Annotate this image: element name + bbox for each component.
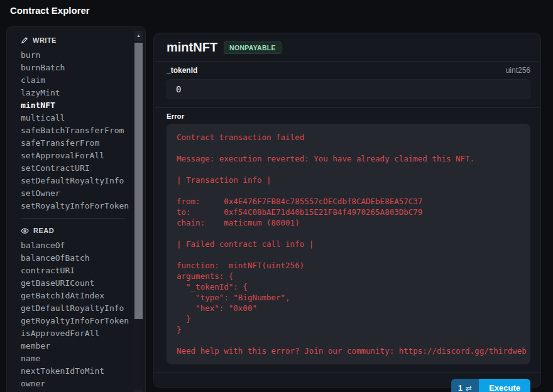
error-section: Error Contract transaction failed Messag… — [154, 108, 540, 373]
sidebar-item-setOwner[interactable]: setOwner — [21, 187, 133, 200]
sidebar-item-getBatchIdAtIndex[interactable]: getBatchIdAtIndex — [21, 290, 133, 302]
sidebar-item-setDefaultRoyaltyInfo[interactable]: setDefaultRoyaltyInfo — [21, 175, 133, 187]
sidebar-item-nextTokenIdToMint[interactable]: nextTokenIdToMint — [21, 365, 133, 378]
read-function-list: balanceOf balanceOfBatch contractURI get… — [21, 239, 133, 392]
execution-count-value: 1 — [458, 384, 463, 392]
write-section-header: WRITE — [21, 36, 133, 44]
param-type-label: uint256 — [506, 66, 530, 75]
token-id-input[interactable] — [167, 79, 530, 99]
sidebar-scrollbar[interactable]: ▲ ▼ — [134, 31, 143, 392]
sidebar-item-burn[interactable]: burn — [21, 49, 133, 62]
execution-count-toggle[interactable]: 1 ⇄ — [451, 379, 479, 392]
sidebar-item-name[interactable]: name — [21, 352, 133, 365]
read-section-label: READ — [33, 227, 54, 234]
action-footer: 1 ⇄ Execute — [154, 373, 540, 392]
scrollbar-thumb[interactable] — [134, 43, 143, 319]
sidebar-item-balanceOfBatch[interactable]: balanceOfBatch — [21, 252, 133, 264]
sidebar-item-setRoyaltyInfoForToken[interactable]: setRoyaltyInfoForToken — [21, 200, 133, 212]
state-mutability-badge: NONPAYABLE — [224, 41, 282, 54]
sidebar-item-lazyMint[interactable]: lazyMint — [21, 87, 133, 99]
sidebar-item-safeBatchTransferFrom[interactable]: safeBatchTransferFrom — [21, 124, 133, 137]
sidebar-item-multicall[interactable]: multicall — [21, 112, 133, 124]
sidebar-item-owner[interactable]: owner — [21, 378, 133, 390]
write-section-label: WRITE — [33, 36, 57, 44]
sidebar-item-setApprovalForAll[interactable]: setApprovalForAll — [21, 150, 133, 162]
function-sidebar: WRITE burn burnBatch claim lazyMint mint… — [6, 26, 146, 392]
execute-split-button: 1 ⇄ Execute — [451, 379, 530, 392]
eye-icon — [21, 227, 29, 234]
page-title: Contract Explorer — [10, 5, 90, 16]
sidebar-item-contractURI[interactable]: contractURI — [21, 264, 133, 277]
write-function-list: burn burnBatch claim lazyMint mintNFT mu… — [21, 49, 133, 212]
sidebar-item-getBaseURICount[interactable]: getBaseURICount — [21, 277, 133, 290]
function-header: mintNFT NONPAYABLE — [154, 33, 540, 62]
sidebar-item-getDefaultRoyaltyInfo[interactable]: getDefaultRoyaltyInfo — [21, 302, 133, 315]
sidebar-item-isApprovedForAll[interactable]: isApprovedForAll — [21, 327, 133, 340]
sidebar-item-setContractURI[interactable]: setContractURI — [21, 162, 133, 175]
sidebar-item-balanceOf[interactable]: balanceOf — [21, 239, 133, 252]
param-section: _tokenId uint256 — [154, 62, 540, 108]
execute-button[interactable]: Execute — [479, 379, 530, 392]
sidebar-section-divider — [21, 218, 125, 219]
pencil-icon — [21, 36, 28, 44]
scroll-up-icon[interactable]: ▲ — [134, 31, 143, 41]
param-name-label: _tokenId — [167, 66, 197, 75]
sidebar-item-claim[interactable]: claim — [21, 74, 133, 87]
function-detail-panel: mintNFT NONPAYABLE _tokenId uint256 Erro… — [153, 33, 541, 388]
sidebar-item-mintNFT[interactable]: mintNFT — [21, 99, 133, 112]
error-message-text: Contract transaction failed Message: exe… — [177, 132, 520, 356]
sidebar-item-safeTransferFrom[interactable]: safeTransferFrom — [21, 137, 133, 150]
read-section-header: READ — [21, 227, 133, 234]
sidebar-item-getRoyaltyInfoForToken[interactable]: getRoyaltyInfoForToken — [21, 315, 133, 327]
function-name-title: mintNFT — [167, 40, 217, 55]
error-label: Error — [167, 112, 530, 120]
error-message-box: Contract transaction failed Message: exe… — [167, 124, 530, 364]
swap-arrows-icon: ⇄ — [466, 384, 472, 392]
sidebar-item-member[interactable]: member — [21, 340, 133, 352]
sidebar-item-burnBatch[interactable]: burnBatch — [21, 62, 133, 74]
